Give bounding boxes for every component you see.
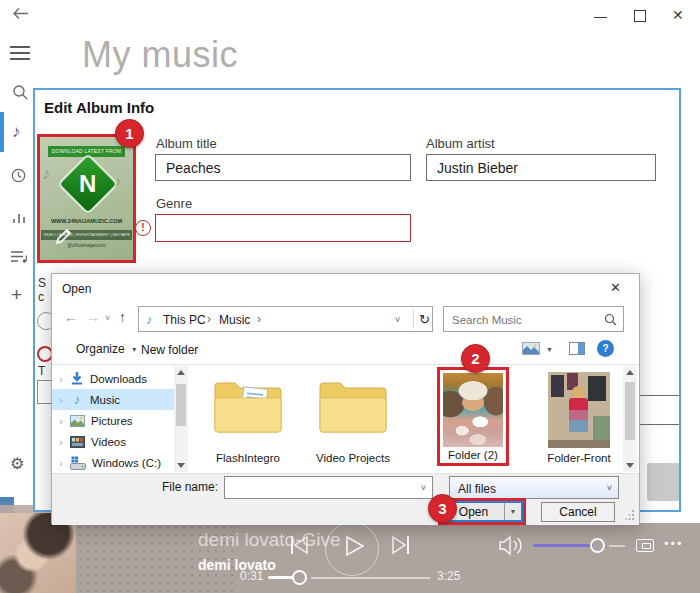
progress-track[interactable]	[311, 577, 430, 579]
file-item-flashintegro[interactable]: FlashIntegro	[198, 368, 298, 468]
next-track-button[interactable]	[389, 534, 413, 556]
progress-handle[interactable]	[292, 570, 307, 585]
genre-input[interactable]	[155, 214, 411, 242]
expand-chevron-icon[interactable]: ›	[52, 457, 70, 469]
sidebar-item-music[interactable]: › ♪ Music	[52, 389, 174, 410]
breadcrumb-separator-icon[interactable]: ›	[207, 312, 211, 326]
help-icon[interactable]: ?	[597, 340, 614, 357]
refresh-icon[interactable]: ↻	[419, 312, 430, 327]
volume-track[interactable]	[609, 545, 625, 547]
genre-label: Genre	[156, 196, 192, 211]
scroll-up-icon[interactable]	[626, 370, 634, 375]
file-name-combobox[interactable]: ˅	[224, 476, 433, 499]
open-file-dialog: Open ✕ ← → ˅ ↑ ♪ This PC › Music › ˅ ↻ O…	[51, 273, 640, 524]
resize-grip[interactable]	[624, 509, 635, 520]
now-playing-album-art[interactable]	[0, 513, 76, 593]
nav-history-dropdown-icon[interactable]: ˅	[105, 313, 110, 323]
folder-2-thumbnail	[443, 373, 503, 447]
view-thumbnails-icon[interactable]	[522, 342, 540, 355]
search-box[interactable]	[443, 306, 624, 332]
file-type-combobox[interactable]: All files ˅	[449, 476, 619, 499]
navpane-scrollbar[interactable]	[174, 366, 188, 472]
nav-back-icon[interactable]: ←	[64, 309, 78, 325]
view-dropdown-caret-icon[interactable]: ▼	[546, 346, 553, 353]
scrollbar-thumb[interactable]	[625, 382, 635, 440]
breadcrumb-separator-icon[interactable]: ›	[257, 312, 261, 326]
album-artist-input[interactable]	[426, 154, 656, 181]
album-artist-label: Album artist	[426, 136, 495, 151]
sidebar-item-label: Videos	[91, 436, 126, 448]
scroll-down-icon[interactable]	[626, 463, 634, 468]
organize-button[interactable]: Organize ▼	[76, 342, 138, 356]
nav-up-icon[interactable]: ↑	[119, 309, 126, 325]
nav-forward-icon[interactable]: →	[86, 309, 100, 325]
sidebar-item-pictures[interactable]: › Pictures	[52, 410, 174, 431]
expand-chevron-icon[interactable]: ›	[52, 436, 70, 448]
annotation-badge-3: 3	[428, 494, 457, 523]
cancel-button[interactable]: Cancel	[541, 502, 615, 522]
sidebar-item-windows-c[interactable]: › Windows (C:)	[52, 452, 174, 473]
app-back-icon[interactable]	[12, 7, 29, 20]
filelist-scrollbar[interactable]	[623, 366, 637, 472]
search-icon[interactable]	[12, 84, 28, 100]
sidebar-music-icon[interactable]: ♪	[12, 122, 21, 142]
art-website-text: WWW.24NAIJAMUZIC.COM	[40, 218, 133, 224]
play-button[interactable]	[343, 535, 365, 557]
sidebar-item-downloads[interactable]: › Downloads	[52, 368, 174, 389]
edit-pencil-icon[interactable]	[53, 227, 73, 247]
close-window-icon[interactable]: ✕	[672, 8, 684, 22]
volume-icon[interactable]	[498, 535, 524, 556]
file-name-field-label: File name:	[150, 480, 218, 494]
scroll-up-icon[interactable]	[177, 370, 185, 375]
search-input[interactable]	[450, 309, 599, 331]
sidebar-item-videos[interactable]: › Videos	[52, 431, 174, 452]
add-playlist-icon[interactable]: +	[11, 284, 22, 306]
new-folder-button[interactable]: New folder	[141, 343, 198, 357]
sidebar-item-label: Music	[90, 394, 120, 406]
file-item-folder-front[interactable]: Folder-Front	[529, 368, 629, 468]
search-magnifier-icon[interactable]	[604, 313, 617, 326]
maximize-icon[interactable]	[634, 10, 646, 22]
scroll-down-icon[interactable]	[177, 463, 185, 468]
minimize-icon[interactable]	[594, 17, 607, 18]
sidebar-item-label: Windows (C:)	[92, 457, 161, 469]
album-art-annotated[interactable]: ♪ ♪ DOWNLOAD LATEST FROM N WWW.24NAIJAMU…	[37, 134, 136, 263]
breadcrumb-music[interactable]: Music	[219, 313, 250, 327]
recent-plays-clock-icon[interactable]	[11, 168, 26, 183]
organize-label: Organize	[76, 342, 125, 356]
file-item-video-projects[interactable]: Video Projects	[303, 368, 403, 468]
volume-handle[interactable]	[590, 538, 605, 553]
scrollbar-thumb[interactable]	[176, 384, 186, 426]
combo-dropdown-icon[interactable]: ˅	[607, 483, 612, 493]
expand-chevron-icon[interactable]: ›	[52, 373, 70, 385]
sidebar-item-label: Downloads	[90, 373, 147, 385]
address-bar[interactable]: ♪ This PC › Music › ˅ ↻	[138, 306, 433, 332]
combo-dropdown-icon[interactable]: ˅	[421, 483, 426, 493]
expand-chevron-icon[interactable]: ›	[52, 394, 70, 406]
miniplayer-icon[interactable]	[636, 539, 654, 552]
more-options-icon[interactable]: •••	[664, 536, 684, 551]
previous-track-button[interactable]	[287, 534, 311, 556]
hidden-button-fragment[interactable]	[647, 463, 681, 501]
music-folder-icon: ♪	[70, 392, 84, 407]
sidebar-item-label: Pictures	[91, 415, 133, 427]
hidden-text-fragment: T	[38, 364, 45, 378]
settings-gear-icon[interactable]: ⚙	[10, 454, 24, 473]
address-dropdown-icon[interactable]: ˅	[395, 315, 400, 325]
open-dialog-close-icon[interactable]: ✕	[610, 280, 621, 295]
now-playing-equalizer-icon[interactable]	[12, 210, 26, 223]
videos-icon	[70, 436, 85, 448]
album-title-input[interactable]	[155, 154, 411, 181]
app-window: My music ✕ ♪ + ⚙ demi lovato-Give demi l…	[0, 0, 700, 593]
breadcrumb-this-pc[interactable]: This PC	[163, 313, 206, 327]
open-button-split-caret-icon[interactable]: ▼	[505, 503, 521, 520]
preview-pane-icon[interactable]	[569, 342, 585, 355]
cancel-button-label: Cancel	[559, 505, 596, 519]
expand-chevron-icon[interactable]: ›	[52, 415, 70, 427]
file-item-folder-2-annotated[interactable]: Folder (2)	[437, 367, 509, 466]
open-dialog-title: Open	[62, 282, 91, 296]
playlist-icon[interactable]	[10, 250, 28, 264]
hidden-text-fragment: S	[38, 276, 46, 290]
hamburger-menu-icon[interactable]	[10, 42, 30, 64]
address-music-icon: ♪	[146, 312, 153, 327]
